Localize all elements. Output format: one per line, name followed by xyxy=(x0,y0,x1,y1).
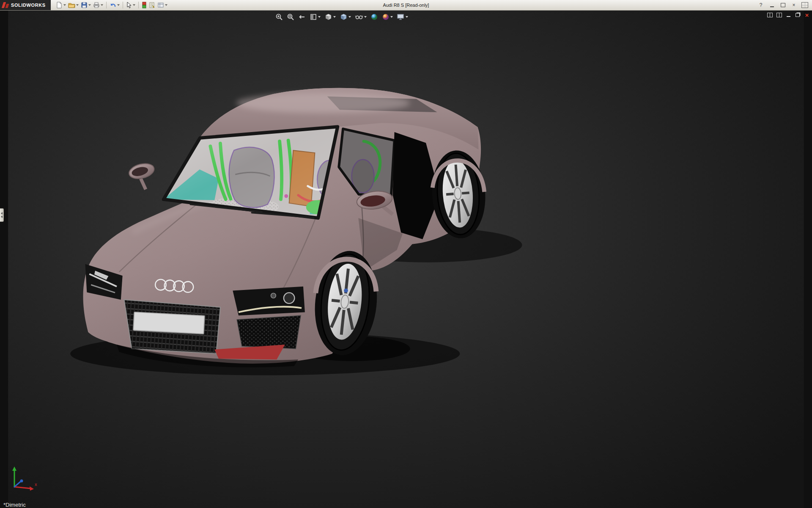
main-toolbar xyxy=(55,1,168,9)
options-icon xyxy=(157,2,164,8)
zoom-to-fit-button[interactable] xyxy=(274,12,284,22)
maximize-button[interactable] xyxy=(778,1,787,9)
zoom-to-area-icon xyxy=(287,13,294,21)
zoom-to-area-button[interactable] xyxy=(285,12,296,22)
window-layout-button[interactable] xyxy=(800,1,809,9)
help-button[interactable]: ? xyxy=(756,1,765,9)
new-document-button[interactable] xyxy=(55,1,67,9)
window-layout-icon xyxy=(801,2,808,8)
edit-appearance-button[interactable] xyxy=(369,12,379,22)
feature-panel-splitter[interactable] xyxy=(0,208,4,222)
select-button[interactable] xyxy=(125,1,136,9)
print-button[interactable] xyxy=(92,1,104,9)
undo-button[interactable] xyxy=(109,1,121,9)
orientation-triad[interactable]: x xyxy=(7,462,41,492)
doc-minimize-button[interactable] xyxy=(785,12,792,18)
minimize-button[interactable] xyxy=(767,1,776,9)
open-icon xyxy=(68,2,75,8)
titlebar: SOLIDWORKS xyxy=(0,0,812,11)
edit-appearance-icon xyxy=(370,13,378,21)
display-style-icon xyxy=(340,13,348,21)
view-settings-icon xyxy=(397,13,405,21)
rebuild-button[interactable] xyxy=(141,1,148,9)
solidworks-logo-icon xyxy=(3,2,8,8)
print-icon xyxy=(93,2,100,8)
display-style-button[interactable] xyxy=(338,12,352,22)
rebuild-icon xyxy=(142,2,147,8)
viewport-window-controls: × xyxy=(766,12,810,18)
view-settings-button[interactable] xyxy=(395,12,409,22)
new-document-icon xyxy=(56,2,63,8)
doc-restore-icon xyxy=(796,13,800,17)
doc-close-button[interactable]: × xyxy=(804,12,810,18)
select-cursor-icon xyxy=(126,2,132,8)
open-button[interactable] xyxy=(67,1,80,9)
pane-right-icon xyxy=(776,13,782,17)
save-icon xyxy=(81,2,88,8)
save-button[interactable] xyxy=(80,1,92,9)
view-orientation-icon xyxy=(324,13,332,21)
section-view-icon xyxy=(310,13,317,21)
section-view-button[interactable] xyxy=(308,12,322,22)
view-orientation-button[interactable] xyxy=(323,12,337,22)
pane-split-left-button[interactable] xyxy=(766,12,773,18)
doc-restore-button[interactable] xyxy=(794,12,801,18)
headsup-view-toolbar xyxy=(274,12,409,22)
solidworks-logo: SOLIDWORKS xyxy=(0,0,51,10)
svg-text:x: x xyxy=(35,482,37,487)
pane-left-icon xyxy=(767,13,773,17)
hide-show-items-icon xyxy=(355,13,363,21)
hide-show-items-button[interactable] xyxy=(354,12,368,22)
apply-scene-icon xyxy=(382,13,390,21)
maximize-icon xyxy=(781,3,785,7)
graphics-area[interactable]: × x *Dimetric xyxy=(0,10,812,508)
close-button[interactable]: × xyxy=(789,1,798,9)
previous-view-icon xyxy=(298,13,306,21)
app-name: SOLIDWORKS xyxy=(11,3,46,8)
undo-icon xyxy=(110,2,116,8)
file-properties-button[interactable] xyxy=(148,1,156,9)
doc-minimize-icon xyxy=(787,16,790,17)
zoom-to-fit-icon xyxy=(275,13,283,21)
minimize-icon xyxy=(770,6,774,7)
file-properties-icon xyxy=(149,2,155,8)
view-orientation-label: *Dimetric xyxy=(3,502,26,508)
titlebar-window-controls: ? × xyxy=(756,1,812,9)
apply-scene-button[interactable] xyxy=(381,12,394,22)
pane-split-right-button[interactable] xyxy=(776,12,782,18)
model-view-audi-r8[interactable] xyxy=(0,10,812,508)
options-button[interactable] xyxy=(156,1,168,9)
previous-view-button[interactable] xyxy=(297,12,307,22)
